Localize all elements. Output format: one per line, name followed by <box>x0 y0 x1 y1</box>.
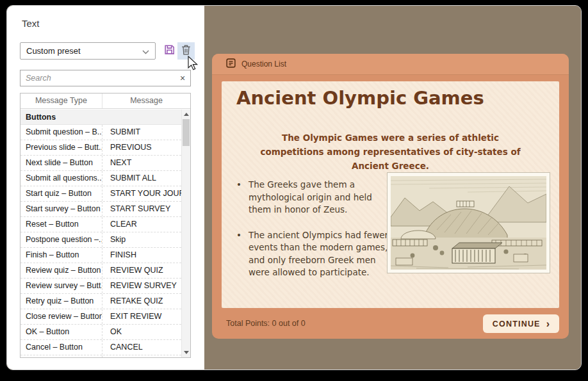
chevron-down-icon <box>142 45 149 57</box>
message-table: Message Type Message Buttons Submit ques… <box>20 93 191 358</box>
quiz-player-preview: Question List Ancient Olympic Games The … <box>212 54 569 339</box>
bullet-icon: • <box>236 229 241 279</box>
table-row[interactable]: Next slide – Button NEXT <box>20 156 181 171</box>
scroll-up-icon[interactable] <box>184 113 189 116</box>
table-scrollbar[interactable] <box>181 109 190 357</box>
column-header-message-type: Message Type <box>20 93 102 108</box>
cell-message[interactable]: REVIEW QUIZ <box>102 263 181 278</box>
question-list-icon[interactable] <box>226 58 236 70</box>
table-row[interactable]: Finish – Button FINISH <box>20 248 181 263</box>
bullet-icon: • <box>236 179 241 216</box>
preset-dropdown[interactable]: Custom preset <box>20 42 156 60</box>
bullet-item: • The Greeks gave them a mythological or… <box>236 179 389 216</box>
search-input[interactable] <box>20 74 175 83</box>
cell-message[interactable]: SUBMIT <box>102 125 181 140</box>
cell-message[interactable]: FINISH <box>102 248 181 263</box>
cell-message[interactable]: NEXT <box>102 156 181 170</box>
preview-background: Question List Ancient Olympic Games The … <box>204 6 581 369</box>
cell-message-type[interactable]: Close review – Button <box>20 309 102 324</box>
cell-message-type[interactable]: Submit all questions... <box>20 171 102 186</box>
table-row[interactable]: Cancel – Button CANCEL <box>20 340 181 355</box>
cell-message[interactable]: START SURVEY <box>102 202 181 216</box>
save-preset-button[interactable] <box>161 42 178 60</box>
delete-preset-button[interactable] <box>177 42 195 60</box>
table-body: Buttons Submit question – B... SUBMIT Pr… <box>20 109 181 357</box>
cell-message-type[interactable]: Start quiz – Button <box>20 186 102 201</box>
cell-message[interactable]: PREVIOUS <box>102 140 181 155</box>
table-row-partial <box>20 355 181 357</box>
table-row[interactable]: Start quiz – Button START YOUR JOURNEY <box>20 186 181 202</box>
bullet-text: The ancient Olympics had fewer events th… <box>249 229 389 279</box>
cell-message-type[interactable]: Previous slide – Butt... <box>20 140 102 155</box>
cell-message[interactable]: START YOUR JOURNEY <box>102 186 181 201</box>
cell-message-type[interactable]: Review survey – Butt... <box>20 279 102 293</box>
trash-icon <box>181 44 192 58</box>
table-row[interactable]: Submit all questions... SUBMIT ALL <box>20 171 181 186</box>
scrollbar-thumb[interactable] <box>183 119 190 146</box>
bullet-list: • The Greeks gave them a mythological or… <box>236 179 389 292</box>
table-row[interactable]: Postpone question –... Skip <box>20 232 181 248</box>
cell-message-type[interactable]: Retry quiz – Button <box>20 294 102 309</box>
cell-message-type[interactable]: Next slide – Button <box>20 156 102 170</box>
cell-message-type[interactable]: Cancel – Button <box>20 340 102 355</box>
question-list-label[interactable]: Question List <box>241 60 286 69</box>
table-header: Message Type Message <box>20 93 190 109</box>
cell-message[interactable]: CLEAR <box>102 217 181 232</box>
cell-message-type[interactable]: Start survey – Button <box>20 202 102 216</box>
engraving-illustration <box>391 176 546 270</box>
cell-message[interactable]: Skip <box>102 232 181 247</box>
continue-button[interactable]: CONTINUE › <box>483 314 559 333</box>
player-footer: Total Points: 0 out of 0 CONTINUE › <box>212 308 569 339</box>
cell-message[interactable]: OK <box>102 325 181 339</box>
cell-message-type[interactable]: OK – Button <box>20 325 102 339</box>
table-row[interactable]: Submit question – B... SUBMIT <box>20 125 181 140</box>
slide-intro-text: The Olympic Games were a series of athle… <box>259 131 522 173</box>
player-header: Question List <box>212 54 569 75</box>
cell-message-type[interactable]: Finish – Button <box>20 248 102 263</box>
cell-message[interactable]: SUBMIT ALL <box>102 171 181 186</box>
cell-message-type[interactable]: Reset – Button <box>20 217 102 232</box>
panel-title: Text <box>22 18 40 29</box>
cell-message-type[interactable]: Review quiz – Button <box>20 263 102 278</box>
table-row[interactable]: Reset – Button CLEAR <box>20 217 181 232</box>
save-icon <box>163 44 176 58</box>
cell-message-type[interactable]: Postpone question –... <box>20 232 102 247</box>
screen: Text Custom preset <box>0 0 588 381</box>
preset-dropdown-value: Custom preset <box>26 46 142 56</box>
search-clear-icon[interactable]: × <box>175 73 190 83</box>
chevron-right-icon: › <box>546 318 550 330</box>
column-header-message: Message <box>102 93 190 108</box>
scroll-down-icon[interactable] <box>184 351 189 354</box>
table-row[interactable]: Retry quiz – Button RETAKE QUIZ <box>20 294 181 309</box>
slide: Ancient Olympic Games The Olympic Games … <box>222 81 559 308</box>
cell-message-type[interactable]: Submit question – B... <box>20 125 102 140</box>
text-settings-panel: Text Custom preset <box>7 6 204 369</box>
cell-message[interactable]: EXIT REVIEW <box>102 309 181 324</box>
table-section-buttons: Buttons <box>20 109 181 125</box>
table-row[interactable]: Start survey – Button START SURVEY <box>20 202 181 217</box>
slide-title: Ancient Olympic Games <box>236 87 484 109</box>
search-box: × <box>20 70 191 86</box>
table-row[interactable]: Review survey – Butt... REVIEW SURVEY <box>20 279 181 294</box>
bullet-item: • The ancient Olympics had fewer events … <box>236 229 389 279</box>
app-window: Text Custom preset <box>6 5 582 370</box>
cell-message[interactable]: RETAKE QUIZ <box>102 294 181 309</box>
cell-message[interactable]: REVIEW SURVEY <box>102 279 181 293</box>
olympia-engraving-image <box>387 172 550 273</box>
table-row[interactable]: OK – Button OK <box>20 325 181 340</box>
continue-button-label: CONTINUE <box>493 320 541 328</box>
table-row[interactable]: Close review – Button EXIT REVIEW <box>20 309 181 325</box>
table-row[interactable]: Previous slide – Butt... PREVIOUS <box>20 140 181 156</box>
table-row[interactable]: Review quiz – Button REVIEW QUIZ <box>20 263 181 279</box>
total-points-label: Total Points: 0 out of 0 <box>226 319 306 328</box>
cell-message[interactable]: CANCEL <box>102 340 181 355</box>
bullet-text: The Greeks gave them a mythological orig… <box>249 179 389 216</box>
